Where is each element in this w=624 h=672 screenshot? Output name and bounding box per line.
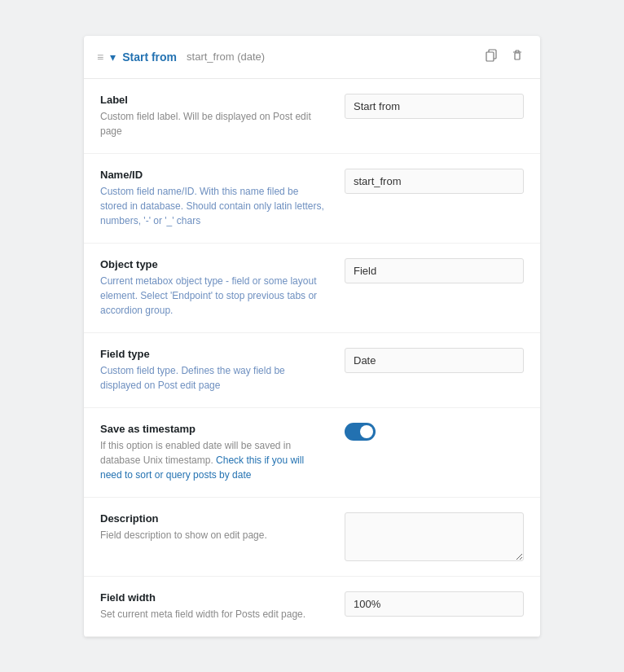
description-input-col: [345, 512, 524, 561]
objecttype-label-col: Object type Current metabox object type …: [100, 258, 328, 318]
fieldwidth-input[interactable]: [345, 591, 524, 617]
save-timestamp-input-col: [345, 423, 524, 441]
nameid-field-row: Name/ID Custom field name/ID. With this …: [84, 154, 540, 244]
objecttype-field-row: Object type Current metabox object type …: [84, 244, 540, 333]
fieldtype-input[interactable]: [345, 348, 524, 373]
label-input[interactable]: [345, 94, 524, 119]
save-timestamp-title: Save as timestamp: [100, 423, 328, 435]
nameid-desc: Custom field name/ID. With this name fil…: [100, 184, 328, 228]
label-field-row: Label Custom field label. Will be displa…: [84, 79, 540, 154]
description-textarea[interactable]: [345, 512, 524, 561]
delete-button[interactable]: [508, 47, 527, 67]
description-field-row: Description Field description to show on…: [84, 498, 540, 577]
fieldwidth-field-row: Field width Set current meta field width…: [84, 577, 540, 637]
nameid-input-col: [345, 169, 524, 194]
save-timestamp-desc: If this option is enabled date will be s…: [100, 438, 328, 482]
label-desc: Custom field label. Will be displayed on…: [100, 109, 328, 138]
drag-icon[interactable]: ≡: [97, 51, 103, 64]
fieldtype-label-col: Field type Custom field type. Defines th…: [100, 348, 328, 393]
header-actions: [481, 47, 527, 67]
header-slug: start_from (date): [187, 51, 265, 63]
chevron-icon[interactable]: ▾: [110, 51, 116, 64]
description-label-col: Description Field description to show on…: [100, 512, 328, 542]
nameid-label-col: Name/ID Custom field name/ID. With this …: [100, 169, 328, 228]
label-input-col: [345, 94, 524, 119]
objecttype-input[interactable]: [345, 258, 524, 283]
header-title: Start from: [122, 51, 177, 64]
save-timestamp-label-col: Save as timestamp If this option is enab…: [100, 423, 328, 482]
nameid-input[interactable]: [345, 169, 524, 194]
fieldtype-desc: Custom field type. Defines the way field…: [100, 363, 328, 393]
label-title: Label: [100, 94, 328, 106]
fieldwidth-input-col: [345, 591, 524, 617]
copy-button[interactable]: [481, 47, 501, 67]
save-timestamp-toggle[interactable]: [345, 423, 376, 441]
objecttype-desc: Current metabox object type - field or s…: [100, 274, 328, 318]
description-title: Description: [100, 512, 328, 525]
fieldwidth-title: Field width: [100, 591, 328, 604]
svg-rect-2: [515, 53, 520, 59]
description-desc: Field description to show on edit page.: [100, 528, 328, 542]
save-timestamp-row: Save as timestamp If this option is enab…: [84, 408, 540, 498]
nameid-title: Name/ID: [100, 169, 328, 181]
card-header: ≡ ▾ Start from start_from (date): [84, 36, 540, 79]
fieldtype-title: Field type: [100, 348, 328, 360]
svg-rect-1: [486, 52, 494, 61]
label-label-col: Label Custom field label. Will be displa…: [100, 94, 328, 138]
fieldwidth-desc: Set current meta field width for Posts e…: [100, 607, 328, 621]
toggle-wrapper: [345, 423, 376, 441]
objecttype-title: Object type: [100, 258, 328, 270]
fieldtype-field-row: Field type Custom field type. Defines th…: [84, 333, 540, 408]
field-editor-card: ≡ ▾ Start from start_from (date): [84, 36, 540, 637]
objecttype-input-col: [345, 258, 524, 283]
fieldtype-input-col: [345, 348, 524, 373]
fieldwidth-label-col: Field width Set current meta field width…: [100, 591, 328, 621]
toggle-slider: [345, 423, 376, 441]
